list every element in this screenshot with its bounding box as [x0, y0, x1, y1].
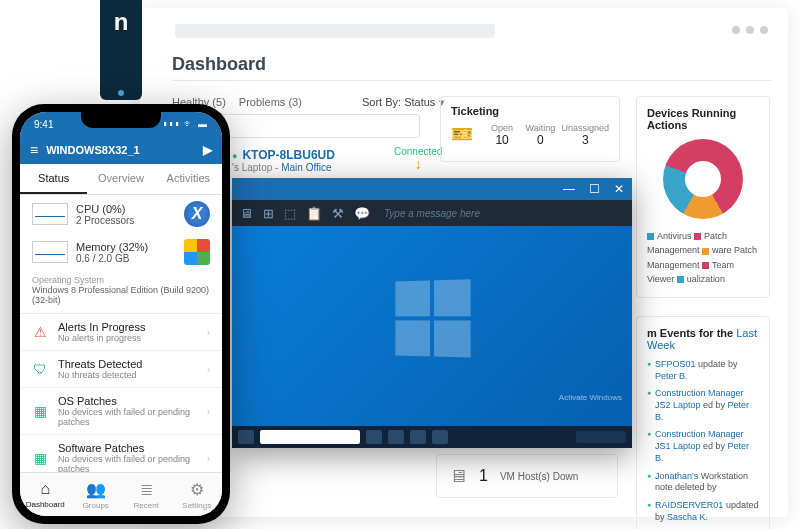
device-name[interactable]: KTOP-8LBU6UD: [232, 148, 335, 162]
ticket-stat[interactable]: Open10: [485, 123, 519, 147]
memory-row: Memory (32%)0.6 / 2.0 GB: [20, 233, 222, 271]
actions-panel: Devices Running Actions Antivirus Patch …: [636, 96, 770, 298]
windows-logo: [395, 279, 470, 357]
tabbar-item[interactable]: ⌂Dashboard: [20, 473, 71, 516]
donut-chart: [663, 139, 743, 219]
device-sub: 's Laptop - Main Office: [232, 162, 335, 173]
events-title: m Events for the Last Week: [647, 327, 759, 351]
play-icon[interactable]: ▶: [203, 143, 212, 157]
event-item[interactable]: Jonathan's Workstation note deleted by: [647, 471, 759, 494]
download-icon: ↓: [394, 157, 442, 171]
cpu-sparkline: [32, 203, 68, 225]
chart-legend: Antivirus Patch Management ware Patch Ma…: [647, 229, 759, 287]
event-item[interactable]: Construction Manager JS1 Laptop ed by Pe…: [647, 429, 759, 464]
phone-tabbar[interactable]: ⌂Dashboard👥Groups≣Recent⚙Settings: [20, 472, 222, 516]
os-info: Operating System Windows 8 Professional …: [20, 271, 222, 314]
window-dots: [732, 26, 768, 34]
phone-body[interactable]: CPU (0%)2 Processors X Memory (32%)0.6 /…: [20, 195, 222, 472]
legend-item: Antivirus: [647, 231, 694, 241]
filter-problems[interactable]: Problems (3): [239, 96, 302, 108]
remote-desktop-area[interactable]: Activate Windows: [232, 226, 632, 426]
close-icon[interactable]: ✕: [614, 182, 624, 196]
event-item[interactable]: SFPOS01 update by Peter B.: [647, 359, 759, 382]
actions-title: Devices Running Actions: [647, 107, 759, 131]
tabbar-item[interactable]: 👥Groups: [71, 473, 122, 516]
page-title: Dashboard: [172, 54, 266, 75]
status-icon: ⚠: [32, 324, 48, 340]
menu-icon[interactable]: ≡: [30, 142, 38, 158]
maximize-icon[interactable]: ☐: [589, 182, 600, 196]
tabbar-item[interactable]: ≣Recent: [121, 473, 172, 516]
activate-watermark: Activate Windows: [559, 393, 622, 402]
tabbar-icon: ≣: [140, 480, 153, 499]
phone-notch: [81, 112, 161, 128]
url-bar-placeholder: [175, 24, 495, 38]
tools-icon[interactable]: ⚒: [332, 206, 344, 221]
phone-frame: 9:41▮▮▮ ᯤ ▬ ≡ WINDOWS8X32_1 ▶ Status Ove…: [12, 104, 230, 524]
vm-hosts-card[interactable]: 🖥 1 VM Host(s) Down: [436, 454, 618, 498]
remote-taskbar[interactable]: [232, 426, 632, 448]
taskbar-item[interactable]: [366, 430, 382, 444]
status-item[interactable]: 🛡Threats DetectedNo threats detected›: [20, 351, 222, 388]
remote-desktop-window[interactable]: — ☐ ✕ 🖥 ⊞ ⬚ 📋 ⚒ 💬 Type a message here Ac…: [232, 178, 632, 448]
tab-overview[interactable]: Overview: [87, 164, 154, 194]
taskbar-search[interactable]: [260, 430, 360, 444]
ticketing-panel: Ticketing 🎫 Open10Waiting0Unassigned3: [440, 96, 620, 162]
tabbar-item[interactable]: ⚙Settings: [172, 473, 223, 516]
signal-icons: ▮▮▮ ᯤ ▬: [163, 119, 208, 129]
start-button[interactable]: [238, 430, 254, 444]
ticket-stat[interactable]: Waiting0: [523, 123, 557, 147]
taskbar-item[interactable]: [388, 430, 404, 444]
taskbar-item[interactable]: [410, 430, 426, 444]
tab-status[interactable]: Status: [20, 164, 87, 194]
status-icon: ▦: [32, 450, 48, 466]
phone-screen: 9:41▮▮▮ ᯤ ▬ ≡ WINDOWS8X32_1 ▶ Status Ove…: [20, 112, 222, 516]
events-panel: m Events for the Last Week SFPOS01 updat…: [636, 316, 770, 529]
status-item[interactable]: ▦OS PatchesNo devices with failed or pen…: [20, 388, 222, 435]
remote-titlebar[interactable]: — ☐ ✕: [232, 178, 632, 200]
device-row[interactable]: KTOP-8LBU6UD 's Laptop - Main Office: [232, 148, 335, 173]
tabbar-icon: 👥: [86, 480, 106, 499]
phone-header: ≡ WINDOWS8X32_1 ▶: [20, 136, 222, 164]
chevron-right-icon: ›: [207, 364, 210, 375]
taskbar-item[interactable]: [432, 430, 448, 444]
message-input[interactable]: Type a message here: [384, 208, 480, 219]
status-icon: 🛡: [32, 361, 48, 377]
network-icon[interactable]: ⬚: [284, 206, 296, 221]
vm-icon: 🖥: [449, 466, 467, 487]
chevron-right-icon: ›: [207, 453, 210, 464]
clipboard-icon[interactable]: 📋: [306, 206, 322, 221]
phone-tabs[interactable]: Status Overview Activities: [20, 164, 222, 195]
chat-icon[interactable]: 💬: [354, 206, 370, 221]
mem-sparkline: [32, 241, 68, 263]
windows-logo-icon: [184, 239, 210, 265]
legend-item: ualization: [677, 274, 725, 284]
tabbar-icon: ⚙: [190, 480, 204, 499]
divider: [172, 80, 772, 81]
connection-status: Connected↓: [394, 146, 442, 171]
status-icon: ▦: [32, 403, 48, 419]
event-item[interactable]: Construction Manager JS2 Laptop ed by Pe…: [647, 388, 759, 423]
toggle-icon[interactable]: ⊞: [263, 206, 274, 221]
status-item[interactable]: ▦Software PatchesNo devices with failed …: [20, 435, 222, 472]
x-logo-icon: X: [184, 201, 210, 227]
remote-toolbar[interactable]: 🖥 ⊞ ⬚ 📋 ⚒ 💬 Type a message here: [232, 200, 632, 226]
tabbar-icon: ⌂: [40, 480, 50, 498]
ticket-stat[interactable]: Unassigned3: [561, 123, 609, 147]
chevron-right-icon: ›: [207, 327, 210, 338]
minimize-icon[interactable]: —: [563, 182, 575, 196]
cpu-row: CPU (0%)2 Processors X: [20, 195, 222, 233]
event-item[interactable]: RAIDSERVER01 updated by Sascha K.: [647, 500, 759, 523]
system-tray[interactable]: [576, 431, 626, 443]
sort-dropdown[interactable]: Sort By: Status: [362, 96, 445, 109]
ticketing-title: Ticketing: [451, 105, 609, 117]
brand-logo: n: [100, 0, 142, 100]
ticket-icon: 🎫: [451, 123, 473, 145]
display-icon[interactable]: 🖥: [240, 206, 253, 221]
tab-activities[interactable]: Activities: [155, 164, 222, 194]
status-item[interactable]: ⚠Alerts In ProgressNo alerts in progress…: [20, 314, 222, 351]
device-title: WINDOWS8X32_1: [46, 144, 140, 156]
chevron-right-icon: ›: [207, 406, 210, 417]
